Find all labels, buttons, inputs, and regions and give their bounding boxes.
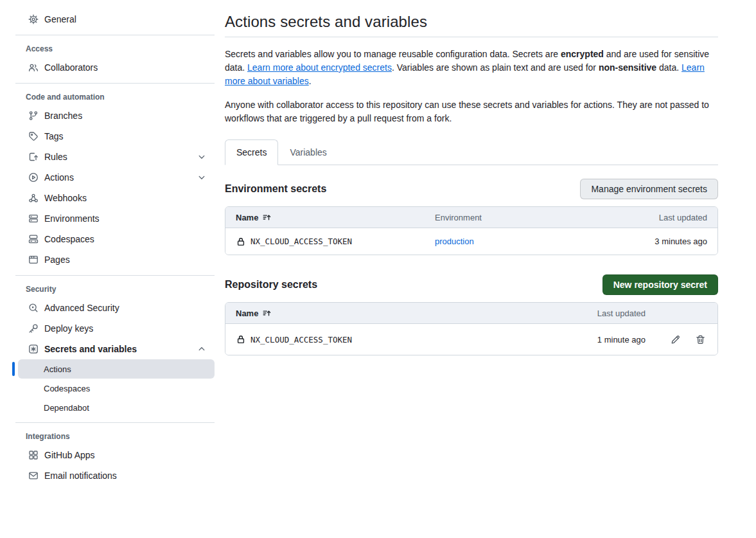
sidebar-item-github-apps[interactable]: GitHub Apps bbox=[18, 445, 215, 465]
sidebar-item-label: General bbox=[44, 14, 76, 24]
column-header-environment: Environment bbox=[435, 213, 583, 222]
chevron-up-icon bbox=[197, 344, 207, 354]
column-header-last-updated: Last updated bbox=[583, 213, 717, 222]
last-updated-cell: 1 minute ago bbox=[556, 335, 646, 345]
sidebar-subitem-label: Actions bbox=[44, 364, 71, 374]
environments-icon bbox=[28, 213, 39, 224]
sidebar-subitem-label: Codespaces bbox=[44, 384, 90, 393]
sidebar-section-security: Security Advanced Security Deploy keys S… bbox=[15, 283, 215, 423]
environment-secrets-header: Environment secrets Manage environment s… bbox=[225, 179, 718, 199]
sidebar-subitem-codespaces[interactable]: Codespaces bbox=[18, 379, 215, 398]
sidebar-item-collaborators[interactable]: Collaborators bbox=[18, 57, 215, 78]
sidebar-item-tags[interactable]: Tags bbox=[18, 126, 215, 147]
sidebar-item-advanced-security[interactable]: Advanced Security bbox=[18, 298, 215, 318]
environment-secret-row: NX_CLOUD_ACCESS_TOKEN production 3 minut… bbox=[225, 228, 717, 255]
sidebar-item-label: Branches bbox=[44, 111, 82, 121]
codescan-icon bbox=[28, 303, 39, 313]
intro-text: Secrets and variables allow you to manag… bbox=[225, 48, 718, 125]
git-branch-icon bbox=[28, 111, 39, 121]
sidebar-item-secrets-and-variables[interactable]: Secrets and variables bbox=[18, 339, 215, 359]
settings-page: General Access Collaborators Code and au… bbox=[0, 0, 756, 494]
intro-paragraph-1: Secrets and variables allow you to manag… bbox=[225, 48, 718, 88]
row-actions bbox=[646, 334, 717, 345]
sidebar-item-actions[interactable]: Actions bbox=[18, 167, 215, 188]
intro-text-span: . bbox=[309, 76, 312, 86]
secret-name-cell: NX_CLOUD_ACCESS_TOKEN bbox=[225, 237, 435, 247]
sidebar-item-label: Pages bbox=[44, 255, 70, 265]
section-label-access: Access bbox=[15, 43, 215, 55]
column-header-name[interactable]: Name bbox=[225, 213, 435, 222]
delete-trash-icon[interactable] bbox=[695, 334, 706, 345]
section-label-code-automation: Code and automation bbox=[15, 91, 215, 103]
column-header-label: Name bbox=[236, 213, 258, 222]
environment-secrets-heading: Environment secrets bbox=[225, 183, 326, 195]
sidebar-item-label: Deploy keys bbox=[44, 323, 93, 334]
browser-icon bbox=[28, 255, 39, 265]
sidebar-item-deploy-keys[interactable]: Deploy keys bbox=[18, 318, 215, 339]
sidebar-item-label: GitHub Apps bbox=[44, 450, 95, 460]
sidebar-item-label: Email notifications bbox=[44, 471, 117, 481]
sort-ascending-icon bbox=[262, 213, 272, 222]
play-icon bbox=[28, 172, 39, 183]
new-repository-secret-button[interactable]: New repository secret bbox=[602, 274, 718, 295]
sidebar-item-general[interactable]: General bbox=[18, 9, 215, 30]
sidebar-item-email-notifications[interactable]: Email notifications bbox=[18, 465, 215, 486]
column-header-name[interactable]: Name bbox=[225, 309, 556, 318]
sidebar-section-access: Access Collaborators bbox=[15, 43, 215, 84]
manage-environment-secrets-button[interactable]: Manage environment secrets bbox=[580, 179, 718, 199]
chevron-down-icon bbox=[197, 172, 207, 183]
lock-icon bbox=[236, 237, 246, 247]
secret-name-cell: NX_CLOUD_ACCESS_TOKEN bbox=[225, 334, 556, 345]
environment-link[interactable]: production bbox=[435, 237, 474, 246]
sidebar-item-codespaces[interactable]: Codespaces bbox=[18, 229, 215, 249]
environment-secrets-table: Name Environment Last updated NX_CLOUD_A… bbox=[225, 206, 718, 255]
intro-text-span: Secrets and variables allow you to manag… bbox=[225, 49, 561, 59]
edit-pencil-icon[interactable] bbox=[670, 334, 681, 345]
chevron-down-icon bbox=[197, 152, 207, 162]
repository-secrets-table: Name Last updated NX_CLOUD_ACCESS_TOKEN … bbox=[225, 302, 718, 355]
sidebar-subitem-actions[interactable]: Actions bbox=[18, 359, 215, 379]
tag-icon bbox=[28, 131, 39, 141]
asterisk-box-icon bbox=[28, 344, 39, 354]
lock-icon bbox=[236, 334, 246, 345]
intro-text-span: . Variables are shown as plain text and … bbox=[392, 62, 599, 73]
column-header-last-updated: Last updated bbox=[556, 309, 646, 318]
sidebar-item-webhooks[interactable]: Webhooks bbox=[18, 188, 215, 208]
secret-name: NX_CLOUD_ACCESS_TOKEN bbox=[251, 237, 352, 246]
column-header-label: Name bbox=[236, 309, 258, 318]
section-label-integrations: Integrations bbox=[15, 431, 215, 442]
sidebar-item-environments[interactable]: Environments bbox=[18, 208, 215, 229]
intro-paragraph-2: Anyone with collaborator access to this … bbox=[225, 98, 718, 125]
intro-bold-non-sensitive: non-sensitive bbox=[599, 62, 656, 73]
sidebar-section-code-automation: Code and automation Branches Tags Rules bbox=[15, 91, 215, 276]
apps-grid-icon bbox=[28, 450, 39, 460]
sidebar-item-pages[interactable]: Pages bbox=[18, 249, 215, 270]
intro-text-span: data. bbox=[656, 62, 681, 73]
tab-secrets[interactable]: Secrets bbox=[225, 139, 278, 165]
title-divider bbox=[225, 37, 718, 37]
sidebar-item-label: Collaborators bbox=[44, 62, 98, 73]
people-icon bbox=[28, 62, 39, 73]
secret-name: NX_CLOUD_ACCESS_TOKEN bbox=[251, 335, 352, 345]
sidebar-item-branches[interactable]: Branches bbox=[18, 105, 215, 126]
sidebar-item-label: Codespaces bbox=[44, 234, 94, 244]
repository-secret-row: NX_CLOUD_ACCESS_TOKEN 1 minute ago bbox=[225, 324, 717, 355]
environment-cell: production bbox=[435, 237, 583, 246]
page-title: Actions secrets and variables bbox=[225, 12, 718, 31]
settings-sidebar: General Access Collaborators Code and au… bbox=[0, 0, 215, 494]
main-content: Actions secrets and variables Secrets an… bbox=[225, 0, 718, 494]
sidebar-item-label: Advanced Security bbox=[44, 303, 119, 313]
tab-variables[interactable]: Variables bbox=[278, 139, 338, 165]
repository-secrets-heading: Repository secrets bbox=[225, 279, 317, 291]
sidebar-item-label: Environments bbox=[44, 213, 100, 224]
table-header-row: Name Last updated bbox=[225, 303, 717, 324]
link-learn-encrypted-secrets[interactable]: Learn more about encrypted secrets bbox=[247, 62, 392, 73]
key-icon bbox=[28, 323, 39, 334]
sort-ascending-icon bbox=[262, 309, 272, 318]
codespaces-icon bbox=[28, 234, 39, 244]
gear-icon bbox=[28, 14, 39, 24]
rules-icon bbox=[28, 152, 39, 162]
mail-icon bbox=[28, 471, 39, 481]
sidebar-subitem-dependabot[interactable]: Dependabot bbox=[18, 398, 215, 417]
sidebar-item-rules[interactable]: Rules bbox=[18, 147, 215, 167]
